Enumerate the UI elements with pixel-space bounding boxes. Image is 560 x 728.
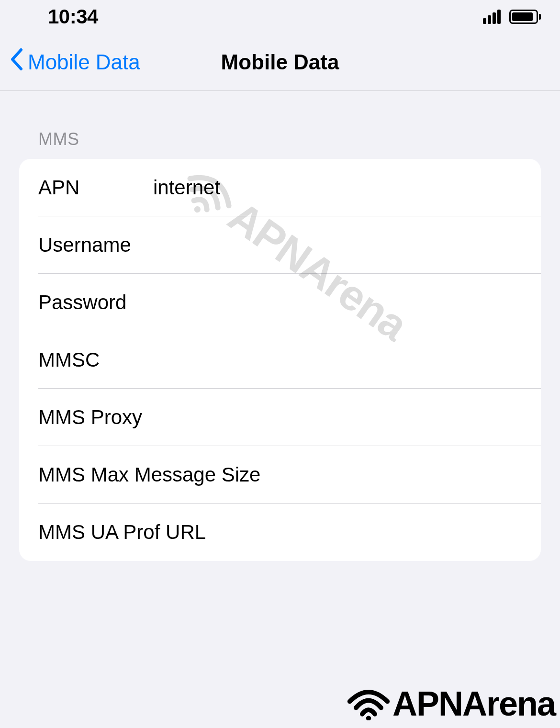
username-row[interactable]: Username	[19, 216, 541, 274]
svg-point-1	[366, 716, 371, 720]
settings-group-mms: APN Username Password MMSC MMS Proxy MMS…	[19, 159, 541, 561]
battery-icon	[509, 10, 541, 24]
mms-proxy-label: MMS Proxy	[38, 406, 142, 429]
chevron-left-icon	[10, 48, 24, 77]
mms-max-size-row[interactable]: MMS Max Message Size	[19, 446, 541, 504]
mms-ua-prof-input[interactable]	[206, 521, 522, 544]
brand-logo: APNArena	[347, 684, 555, 723]
username-label: Username	[38, 234, 153, 257]
mmsc-row[interactable]: MMSC	[19, 331, 541, 389]
page-title: Mobile Data	[221, 50, 339, 74]
brand-text: APNArena	[392, 684, 555, 723]
apn-input[interactable]	[153, 176, 522, 199]
cellular-signal-icon	[483, 10, 501, 24]
apn-row[interactable]: APN	[19, 159, 541, 216]
mms-max-size-input[interactable]	[260, 463, 522, 486]
back-label: Mobile Data	[28, 50, 140, 74]
mmsc-label: MMSC	[38, 348, 153, 371]
username-input[interactable]	[153, 234, 522, 257]
wifi-icon	[347, 687, 390, 720]
password-row[interactable]: Password	[19, 274, 541, 331]
content-area: MMS APN Username Password MMSC MMS Proxy	[0, 91, 560, 561]
mmsc-input[interactable]	[153, 348, 522, 371]
mms-proxy-input[interactable]	[142, 406, 522, 429]
status-time: 10:34	[48, 5, 98, 28]
status-bar: 10:34	[0, 0, 560, 34]
section-header-mms: MMS	[38, 129, 541, 149]
mms-proxy-row[interactable]: MMS Proxy	[19, 389, 541, 446]
status-indicators	[483, 10, 541, 24]
apn-label: APN	[38, 176, 153, 199]
mms-ua-prof-label: MMS UA Prof URL	[38, 521, 206, 544]
navigation-bar: Mobile Data Mobile Data	[0, 34, 560, 91]
mms-ua-prof-row[interactable]: MMS UA Prof URL	[19, 504, 541, 561]
password-label: Password	[38, 291, 153, 314]
mms-max-size-label: MMS Max Message Size	[38, 463, 260, 486]
back-button[interactable]: Mobile Data	[10, 48, 140, 77]
password-input[interactable]	[153, 291, 522, 314]
